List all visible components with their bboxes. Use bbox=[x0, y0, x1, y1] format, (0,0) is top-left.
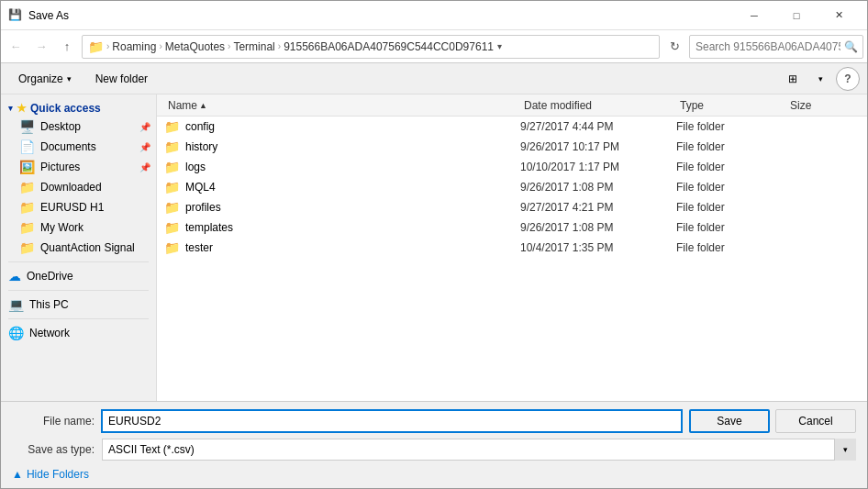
pictures-icon: 🖼️ bbox=[19, 160, 35, 174]
search-wrap: 🔍 bbox=[689, 35, 863, 59]
sidebar-item-onedrive[interactable]: ☁ OneDrive bbox=[1, 266, 156, 286]
title-bar: 💾 Save As ─ □ ✕ bbox=[1, 1, 867, 30]
forward-button[interactable]: → bbox=[30, 36, 52, 58]
sidebar-network-label: Network bbox=[29, 327, 70, 339]
file-list-header: Name ▲ Date modified Type Size bbox=[157, 94, 867, 117]
sidebar-divider-1 bbox=[8, 261, 149, 262]
sidebar-thispc-label: This PC bbox=[29, 298, 69, 311]
sidebar-item-pictures[interactable]: 🖼️ Pictures 📌 bbox=[1, 157, 156, 177]
organize-button[interactable]: Organize ▾ bbox=[8, 67, 82, 91]
sidebar-item-thispc[interactable]: 💻 This PC bbox=[1, 295, 156, 315]
organize-arrow-icon: ▾ bbox=[67, 74, 72, 83]
sidebar-item-downloaded[interactable]: 📁 Downloaded bbox=[1, 177, 156, 197]
table-row[interactable]: 📁 templates 9/26/2017 1:08 PM File folde… bbox=[157, 217, 867, 238]
sidebar-item-desktop-label: Desktop bbox=[40, 120, 81, 133]
sidebar-onedrive-label: OneDrive bbox=[27, 270, 73, 283]
save-button[interactable]: Save bbox=[689, 409, 770, 433]
title-bar-controls: ─ □ ✕ bbox=[733, 1, 860, 30]
thispc-icon: 💻 bbox=[8, 297, 24, 312]
toolbar: Organize ▾ New folder ⊞ ▾ ? bbox=[1, 63, 867, 94]
file-type: File folder bbox=[676, 140, 786, 153]
sidebar-divider-2 bbox=[8, 290, 149, 291]
table-row[interactable]: 📁 config 9/27/2017 4:44 PM File folder bbox=[157, 117, 867, 137]
saveastype-row: Save as type: ASCII Text (*.csv) ▾ bbox=[12, 439, 856, 461]
help-button[interactable]: ? bbox=[836, 67, 860, 91]
table-row[interactable]: 📁 tester 10/4/2017 1:35 PM File folder bbox=[157, 238, 867, 258]
file-name-text: history bbox=[185, 140, 217, 153]
column-header-name[interactable]: Name ▲ bbox=[164, 99, 520, 112]
table-row[interactable]: 📁 history 9/26/2017 10:17 PM File folder bbox=[157, 137, 867, 157]
sidebar-item-documents-label: Documents bbox=[40, 140, 96, 153]
sidebar-item-quantaction-label: QuantAction Signal bbox=[40, 241, 135, 254]
refresh-button[interactable]: ↻ bbox=[663, 36, 685, 58]
mywork-folder-icon: 📁 bbox=[19, 220, 35, 235]
close-button[interactable]: ✕ bbox=[818, 1, 860, 30]
folder-icon: 📁 bbox=[88, 39, 104, 54]
file-name-text: MQL4 bbox=[185, 181, 216, 194]
sidebar-item-documents[interactable]: 📄 Documents 📌 bbox=[1, 137, 156, 157]
documents-icon: 📄 bbox=[19, 139, 35, 154]
breadcrumb[interactable]: 📁 › Roaming › MetaQuotes › Terminal › 91… bbox=[82, 35, 660, 59]
sidebar-item-eurusdh1[interactable]: 📁 EURUSD H1 bbox=[1, 197, 156, 217]
file-date: 9/26/2017 10:17 PM bbox=[520, 140, 676, 153]
sidebar-item-desktop[interactable]: 🖥️ Desktop 📌 bbox=[1, 117, 156, 137]
sidebar-item-pictures-label: Pictures bbox=[40, 161, 80, 173]
quick-access-section: ▾ ★ Quick access 🖥️ Desktop 📌 📄 Document… bbox=[1, 98, 156, 258]
sidebar-divider-3 bbox=[8, 318, 149, 319]
view-dropdown-button[interactable]: ▾ bbox=[808, 67, 832, 91]
table-row[interactable]: 📁 logs 10/10/2017 1:17 PM File folder bbox=[157, 157, 867, 177]
minimize-button[interactable]: ─ bbox=[733, 1, 775, 30]
pin-icon-pics: 📌 bbox=[139, 162, 150, 172]
chevron-up-icon: ▲ bbox=[12, 468, 23, 481]
file-date: 9/26/2017 1:08 PM bbox=[520, 221, 676, 234]
breadcrumb-dropdown-icon[interactable]: ▾ bbox=[497, 41, 502, 51]
file-type: File folder bbox=[676, 120, 786, 133]
search-input[interactable] bbox=[689, 35, 863, 59]
toolbar-right: ⊞ ▾ ? bbox=[781, 67, 860, 91]
file-date: 9/27/2017 4:44 PM bbox=[520, 120, 676, 133]
sidebar-item-quantaction[interactable]: 📁 QuantAction Signal bbox=[1, 238, 156, 258]
sidebar-item-network[interactable]: 🌐 Network bbox=[1, 323, 156, 343]
filetype-select[interactable]: ASCII Text (*.csv) bbox=[102, 439, 856, 461]
file-rows-container: 📁 config 9/27/2017 4:44 PM File folder 📁… bbox=[157, 117, 867, 258]
cancel-button[interactable]: Cancel bbox=[775, 409, 856, 433]
up-button[interactable]: ↑ bbox=[56, 36, 78, 58]
file-name-text: tester bbox=[185, 241, 213, 254]
column-header-size[interactable]: Size bbox=[786, 99, 860, 112]
eurusd-folder-icon: 📁 bbox=[19, 200, 35, 215]
breadcrumb-metaquotes: MetaQuotes bbox=[165, 40, 225, 53]
chevron-down-icon: ▾ bbox=[8, 104, 13, 113]
bottom-section: File name: Save Cancel Save as type: ASC… bbox=[1, 401, 867, 488]
file-name-text: logs bbox=[185, 161, 206, 173]
hide-folders-button[interactable]: ▲ Hide Folders bbox=[12, 468, 89, 481]
column-header-date[interactable]: Date modified bbox=[520, 99, 676, 112]
file-date: 10/10/2017 1:17 PM bbox=[520, 161, 676, 173]
file-folder-icon: 📁 bbox=[164, 119, 180, 134]
file-type: File folder bbox=[676, 221, 786, 234]
quick-access-label: Quick access bbox=[30, 102, 101, 115]
column-header-type[interactable]: Type bbox=[676, 99, 786, 112]
network-icon: 🌐 bbox=[8, 326, 24, 340]
file-name-text: templates bbox=[185, 221, 233, 234]
view-toggle-button[interactable]: ⊞ bbox=[781, 67, 805, 91]
file-folder-icon: 📁 bbox=[164, 200, 180, 215]
new-folder-button[interactable]: New folder bbox=[85, 67, 158, 91]
filename-input[interactable] bbox=[102, 410, 682, 432]
back-button[interactable]: ← bbox=[5, 36, 27, 58]
maximize-button[interactable]: □ bbox=[775, 1, 818, 30]
file-folder-icon: 📁 bbox=[164, 139, 180, 154]
downloaded-folder-icon: 📁 bbox=[19, 180, 35, 194]
sidebar-item-eurusdh1-label: EURUSD H1 bbox=[40, 201, 104, 214]
file-type: File folder bbox=[676, 241, 786, 254]
breadcrumb-roaming: Roaming bbox=[112, 40, 156, 53]
file-folder-icon: 📁 bbox=[164, 220, 180, 235]
sidebar-item-mywork[interactable]: 📁 My Work bbox=[1, 217, 156, 238]
quick-access-header[interactable]: ▾ ★ Quick access bbox=[1, 98, 156, 117]
filename-row: File name: Save Cancel bbox=[12, 409, 856, 433]
table-row[interactable]: 📁 profiles 9/27/2017 4:21 PM File folder bbox=[157, 197, 867, 217]
quantaction-folder-icon: 📁 bbox=[19, 240, 35, 255]
saveastype-label: Save as type: bbox=[12, 443, 95, 456]
file-list: Name ▲ Date modified Type Size 📁 bbox=[157, 94, 867, 401]
table-row[interactable]: 📁 MQL4 9/26/2017 1:08 PM File folder bbox=[157, 177, 867, 197]
breadcrumb-item: 📁 bbox=[88, 39, 104, 54]
